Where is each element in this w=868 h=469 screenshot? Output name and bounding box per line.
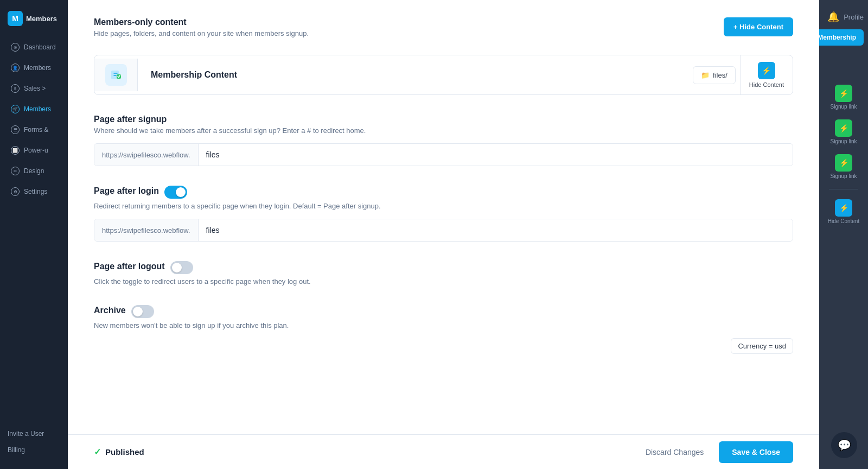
page-after-signup-section: Page after signup Where should we take m… xyxy=(94,115,793,166)
section-header: Members-only content Hide pages, folders… xyxy=(94,17,793,46)
card-title: Membership Content xyxy=(138,70,693,80)
page-after-login-title: Page after login xyxy=(94,186,159,196)
right-signup-link-3[interactable]: ⚡ Signup link xyxy=(822,150,865,183)
sidebar-item-label: Members xyxy=(24,105,51,113)
sidebar-item-label: Power-u xyxy=(24,147,48,154)
sidebar-item-members[interactable]: 👤 Members xyxy=(3,58,65,78)
login-toggle-knob xyxy=(176,187,186,197)
sales-icon: $ xyxy=(11,84,20,93)
members-icon: 👤 xyxy=(11,64,20,72)
modal: Members-only content Hide pages, folders… xyxy=(68,0,819,469)
currency-tag[interactable]: Currency = usd xyxy=(731,338,793,354)
chat-icon: 💬 xyxy=(838,439,851,452)
right-signup-link-1[interactable]: ⚡ Signup link xyxy=(822,80,865,114)
signup-url-input-group: https://swipefilesco.webflow. xyxy=(94,143,793,166)
sidebar-item-label: Settings xyxy=(24,188,47,195)
signup-label-2: Signup link xyxy=(831,138,857,144)
page-after-login-desc: Redirect returning members to a specific… xyxy=(94,202,793,210)
check-icon: ✓ xyxy=(94,447,101,457)
sidebar-logo: M Members xyxy=(0,7,68,37)
login-toggle[interactable] xyxy=(164,186,187,199)
content-card: Membership Content 📁 files/ ⚡ Hide Conte… xyxy=(94,55,793,95)
card-path-button[interactable]: 📁 files/ xyxy=(693,66,736,84)
members-only-title: Members-only content xyxy=(94,17,309,27)
published-label: Published xyxy=(105,447,144,457)
modal-content: Members-only content Hide pages, folders… xyxy=(68,0,819,434)
signup-label-1: Signup link xyxy=(831,104,857,110)
hide-content-button[interactable]: + Hide Content xyxy=(724,17,793,36)
signup-label-3: Signup link xyxy=(831,173,857,179)
logo-text: Members xyxy=(26,15,57,23)
archive-section: Archive New members won't be able to sig… xyxy=(94,305,793,354)
right-hide-content[interactable]: ⚡ Hide Content xyxy=(822,195,865,229)
sidebar-bottom: Invite a User Billing xyxy=(0,421,68,462)
forms-icon: ☰ xyxy=(11,125,20,134)
dashboard-icon: ⊙ xyxy=(11,43,20,52)
modal-footer: ✓ Published Discard Changes Save & Close xyxy=(68,434,819,469)
published-badge: ✓ Published xyxy=(94,447,144,457)
members-only-content-section: Members-only content Hide pages, folders… xyxy=(94,17,793,95)
hide-content-label: Hide Content xyxy=(828,218,859,224)
signup-icon-2: ⚡ xyxy=(835,119,852,137)
sidebar-item-members2[interactable]: 🛒 Members xyxy=(3,99,65,119)
login-url-input[interactable] xyxy=(199,219,793,241)
sidebar-item-power[interactable]: ⬜ Power-u xyxy=(3,141,65,160)
folder-icon: 📁 xyxy=(701,71,710,79)
logout-toggle-row: Page after logout xyxy=(94,261,793,274)
members-only-desc: Hide pages, folders, and content on your… xyxy=(94,29,309,37)
bell-icon[interactable]: 🔔 xyxy=(827,11,839,23)
card-path-label: files/ xyxy=(713,71,727,79)
signup-icon-3: ⚡ xyxy=(835,154,852,172)
sidebar: M Members ⊙ Dashboard 👤 Members $ Sales … xyxy=(0,0,68,469)
signup-url-input[interactable] xyxy=(199,144,793,166)
sidebar-item-design[interactable]: ✏ Design xyxy=(3,161,65,181)
discard-button[interactable]: Discard Changes xyxy=(637,443,712,461)
sidebar-item-dashboard[interactable]: ⊙ Dashboard xyxy=(3,37,65,57)
chat-bubble[interactable]: 💬 xyxy=(831,432,857,458)
archive-toggle-row: Archive xyxy=(94,305,793,318)
sidebar-item-label: Forms & xyxy=(24,126,48,134)
currency-row: Currency = usd xyxy=(94,338,793,354)
right-panel: 🔔 Profile Membership ⚡ Signup link ⚡ Sig… xyxy=(819,0,868,469)
logout-toggle[interactable] xyxy=(170,261,193,274)
logo-icon: M xyxy=(8,11,23,26)
archive-title: Archive xyxy=(94,306,126,315)
sidebar-item-label: Dashboard xyxy=(24,43,56,51)
sidebar-item-label: Design xyxy=(24,167,44,175)
section-title-group: Members-only content Hide pages, folders… xyxy=(94,17,309,46)
sidebar-item-label: Members xyxy=(24,64,51,72)
members2-icon: 🛒 xyxy=(11,105,20,113)
sidebar-item-settings[interactable]: ⚙ Settings xyxy=(3,182,65,201)
page-after-logout-desc: Click the toggle to redirect users to a … xyxy=(94,277,793,286)
profile-text[interactable]: Profile xyxy=(844,13,864,21)
invite-user-item[interactable]: Invite a User xyxy=(0,426,68,442)
sidebar-item-label: Sales > xyxy=(24,85,46,92)
card-icon xyxy=(105,64,127,86)
hide-content-icon: ⚡ xyxy=(835,199,852,217)
page-after-logout-section: Page after logout Click the toggle to re… xyxy=(94,261,793,286)
design-icon: ✏ xyxy=(11,167,20,175)
login-url-input-group: https://swipefilesco.webflow. xyxy=(94,219,793,242)
billing-item[interactable]: Billing xyxy=(0,442,68,458)
archive-toggle[interactable] xyxy=(131,305,154,318)
sidebar-item-sales[interactable]: $ Sales > xyxy=(3,79,65,98)
page-after-login-section: Page after login Redirect returning memb… xyxy=(94,186,793,242)
right-signup-link-2[interactable]: ⚡ Signup link xyxy=(822,115,865,149)
card-action[interactable]: ⚡ Hide Content xyxy=(740,55,793,94)
logout-toggle-knob xyxy=(172,263,182,272)
page-after-logout-title: Page after logout xyxy=(94,262,165,271)
power-icon: ⬜ xyxy=(11,146,20,155)
signup-url-prefix: https://swipefilesco.webflow. xyxy=(94,144,199,166)
login-url-prefix: https://swipefilesco.webflow. xyxy=(94,219,199,241)
page-after-signup-title: Page after signup xyxy=(94,115,793,124)
save-close-button[interactable]: Save & Close xyxy=(719,441,793,463)
card-icon-area xyxy=(94,59,138,91)
login-toggle-row: Page after login xyxy=(94,186,793,199)
card-action-icon: ⚡ xyxy=(758,62,775,79)
page-after-signup-desc: Where should we take members after a suc… xyxy=(94,126,793,135)
card-action-label: Hide Content xyxy=(749,81,784,88)
sidebar-item-forms[interactable]: ☰ Forms & xyxy=(3,120,65,140)
archive-desc: New members won't be able to sign up if … xyxy=(94,321,793,329)
footer-actions: Discard Changes Save & Close xyxy=(637,441,793,463)
signup-icon-1: ⚡ xyxy=(835,85,852,102)
